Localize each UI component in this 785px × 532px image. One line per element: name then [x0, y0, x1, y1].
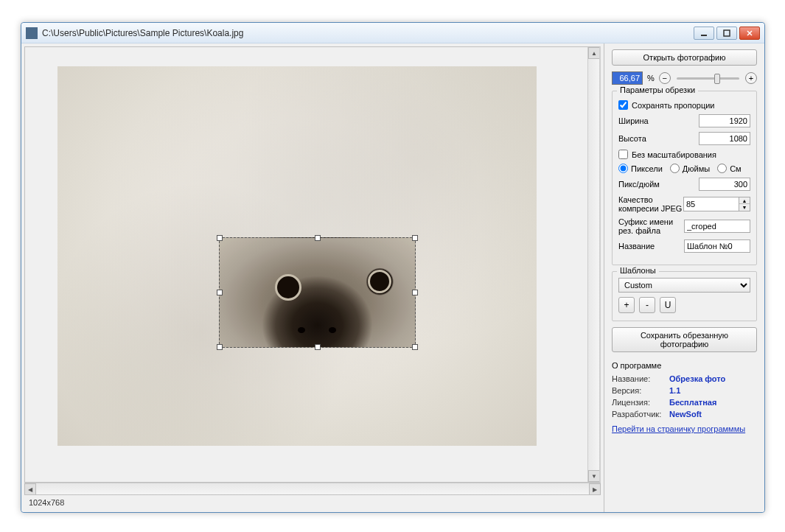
about-license-key: Лицензия:	[612, 398, 669, 407]
suffix-label: Суфикс имени рез. файла	[618, 217, 684, 235]
zoom-in-icon[interactable]: +	[745, 72, 757, 84]
crop-handle-ml[interactable]	[217, 290, 223, 295]
svg-rect-1	[724, 30, 730, 36]
scroll-down-icon[interactable]: ▼	[588, 470, 600, 482]
template-name-input[interactable]	[684, 239, 750, 253]
crop-handle-br[interactable]	[412, 344, 418, 350]
scroll-right-icon[interactable]: ▶	[589, 483, 601, 495]
photo-detail	[329, 327, 336, 333]
app-window: C:\Users\Public\Pictures\Sample Pictures…	[21, 22, 765, 513]
open-photo-button[interactable]: Открыть фотографию	[612, 49, 757, 66]
jpeg-quality-input[interactable]	[683, 197, 739, 211]
about-name-key: Название:	[612, 374, 669, 383]
about-name-val: Обрезка фото	[669, 374, 725, 383]
svg-rect-0	[701, 35, 707, 36]
unit-px-label: Пиксели	[631, 164, 663, 173]
crop-rectangle[interactable]	[219, 237, 416, 348]
templates-combo[interactable]: Custom	[618, 278, 750, 293]
image-viewport[interactable]: ▲ ▼	[24, 46, 601, 483]
about-developer-key: Разработчик:	[612, 410, 669, 419]
zoom-input[interactable]	[612, 71, 643, 85]
crop-params-title: Параметры обрезки	[617, 85, 698, 94]
image-dimensions: 1024x768	[29, 498, 64, 507]
zoom-out-icon[interactable]: −	[659, 72, 671, 84]
title-bar: C:\Users\Public\Pictures\Sample Pictures…	[21, 23, 764, 43]
jpeg-quality-label: Качество компресии JPEG	[618, 195, 683, 213]
unit-in-label: Дюймы	[683, 164, 710, 173]
height-input[interactable]	[699, 132, 750, 145]
scroll-left-icon[interactable]: ◀	[24, 483, 36, 495]
keep-aspect-label: Сохранять пропорции	[632, 101, 715, 110]
templates-group: Шаблоны Custom + - U	[612, 271, 757, 321]
about-license-val: Бесплатная	[669, 398, 716, 407]
spin-up-icon[interactable]: ▲	[739, 197, 750, 204]
dpi-input[interactable]	[699, 178, 750, 191]
maximize-button[interactable]	[716, 27, 737, 40]
width-label: Ширина	[618, 116, 649, 125]
status-bar: 1024x768	[24, 494, 601, 509]
crop-handle-tr[interactable]	[412, 235, 418, 241]
template-add-button[interactable]: +	[618, 297, 635, 313]
template-update-button[interactable]: U	[660, 297, 676, 313]
canvas-area: ▲ ▼ ◀ ▶ 1024x768	[24, 46, 601, 509]
zoom-slider[interactable]	[677, 77, 739, 80]
dpi-label: Пикс/дюйм	[618, 180, 660, 189]
window-title: C:\Users\Public\Pictures\Sample Pictures…	[42, 28, 694, 38]
scroll-up-icon[interactable]: ▲	[588, 47, 600, 59]
photo-detail	[275, 274, 301, 301]
photo-detail	[368, 270, 391, 293]
about-title: О программе	[612, 361, 757, 370]
app-icon	[26, 27, 38, 39]
no-scale-label: Без масштабирования	[632, 150, 716, 159]
crop-handle-tm[interactable]	[315, 235, 321, 241]
horizontal-scrollbar[interactable]: ◀ ▶	[24, 483, 601, 494]
crop-handle-bm[interactable]	[315, 344, 321, 350]
unit-px-radio[interactable]	[618, 164, 628, 173]
minimize-button[interactable]	[694, 27, 714, 40]
about-version-val: 1.1	[669, 386, 680, 395]
save-cropped-button[interactable]: Сохранить обрезанную фотографию	[612, 327, 757, 352]
vertical-scrollbar[interactable]: ▲ ▼	[587, 47, 599, 482]
zoom-percent-label: %	[647, 74, 655, 83]
about-version-key: Версия:	[612, 386, 669, 395]
about-section: О программе Название:Обрезка фото Версия…	[612, 361, 757, 433]
crop-handle-bl[interactable]	[217, 344, 223, 350]
height-label: Высота	[618, 134, 646, 143]
side-panel: Открыть фотографию % − + Параметры обрез…	[604, 43, 764, 512]
zoom-row: % − +	[612, 71, 757, 85]
spin-down-icon[interactable]: ▼	[739, 204, 750, 211]
photo-detail	[298, 327, 305, 333]
width-input[interactable]	[699, 114, 750, 127]
templates-title: Шаблоны	[617, 266, 659, 275]
crop-handle-tl[interactable]	[217, 235, 223, 241]
about-link[interactable]: Перейти на страничку программмы	[612, 424, 745, 433]
close-button[interactable]	[739, 27, 760, 40]
template-del-button[interactable]: -	[639, 297, 655, 313]
crop-handle-mr[interactable]	[412, 290, 418, 295]
suffix-input[interactable]	[684, 220, 750, 233]
template-name-label: Название	[618, 242, 655, 251]
unit-cm-radio[interactable]	[717, 164, 727, 173]
about-developer-val: NewSoft	[669, 410, 702, 419]
no-scale-checkbox[interactable]	[618, 150, 628, 159]
crop-params-group: Параметры обрезки Сохранять пропорции Ши…	[612, 91, 757, 265]
zoom-thumb[interactable]	[714, 74, 720, 84]
unit-in-radio[interactable]	[670, 164, 680, 173]
keep-aspect-checkbox[interactable]	[618, 100, 628, 110]
unit-cm-label: См	[730, 164, 742, 173]
